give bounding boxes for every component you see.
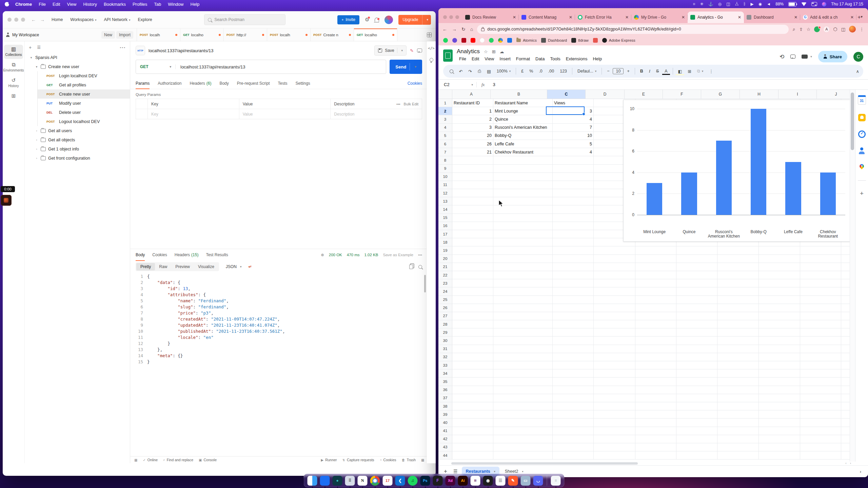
chrome-menu-icon[interactable]: ⋮ — [860, 27, 864, 32]
account-avatar[interactable]: C — [853, 52, 863, 62]
cell[interactable] — [553, 197, 594, 205]
cell[interactable] — [553, 386, 594, 394]
cell[interactable] — [452, 304, 493, 312]
cell[interactable] — [635, 246, 676, 254]
embedded-chart[interactable]: 0246810Mint LoungeQuinceRusconi's Americ… — [623, 100, 850, 242]
cell[interactable] — [800, 345, 841, 353]
row-header-42[interactable]: 42 — [438, 435, 452, 443]
nav-home[interactable]: Home — [52, 17, 63, 22]
play-icon[interactable]: ▶ — [751, 2, 754, 6]
row-header-33[interactable]: 33 — [438, 361, 452, 369]
cell[interactable]: 21 — [452, 148, 493, 156]
number-format[interactable]: 123 — [557, 67, 569, 75]
cell[interactable] — [452, 287, 493, 295]
bar[interactable] — [751, 109, 766, 215]
cell[interactable] — [452, 361, 493, 369]
dock-spotify-icon[interactable]: ♫ — [408, 476, 418, 486]
tree-folder[interactable]: ›Get front configuration — [25, 154, 130, 163]
close-tab-icon[interactable]: ✕ — [794, 15, 797, 20]
row-header-35[interactable]: 35 — [438, 378, 452, 385]
cell[interactable] — [452, 353, 493, 361]
merge-cells-button[interactable]: ⧉ ▾ — [695, 67, 706, 75]
cell[interactable] — [800, 296, 841, 304]
dock-mail-icon[interactable] — [320, 476, 330, 486]
cell[interactable] — [452, 165, 493, 172]
cell[interactable] — [493, 165, 553, 172]
tree-request[interactable]: POSTLogout localhost DEV — [37, 117, 130, 126]
cell[interactable] — [841, 419, 850, 426]
cell[interactable] — [759, 271, 800, 279]
row-header-37[interactable]: 37 — [438, 394, 452, 402]
zoom-select[interactable]: 100%▾ — [494, 67, 513, 75]
request-tab[interactable]: POSTlocalh — [137, 28, 180, 41]
menubar-app-name[interactable]: Chrome — [15, 2, 32, 7]
avatar[interactable] — [384, 16, 393, 24]
request-tab[interactable]: POSTCreate n — [311, 28, 354, 41]
control-center-icon[interactable] — [811, 2, 817, 6]
strikethrough-button[interactable]: S — [654, 67, 661, 75]
all-sheets-icon[interactable]: ☰ — [451, 469, 460, 474]
menu-view[interactable]: View — [482, 56, 496, 62]
row-header-11[interactable]: 11 — [438, 181, 452, 189]
extensions-puzzle-icon[interactable]: ⬡ — [833, 26, 837, 32]
cell[interactable] — [759, 246, 800, 254]
tab-settings[interactable]: Settings — [296, 78, 310, 89]
cell[interactable] — [493, 304, 553, 312]
status-trash[interactable]: 🗑Trash — [402, 458, 416, 462]
cell[interactable] — [553, 165, 594, 172]
tree-options-icon[interactable]: ••• — [120, 45, 126, 49]
cell[interactable] — [841, 296, 850, 304]
cell[interactable] — [717, 255, 759, 263]
cell[interactable]: Restaurant Name — [493, 99, 553, 107]
cell[interactable] — [759, 345, 800, 353]
lightbulb-icon[interactable] — [430, 58, 433, 62]
cell[interactable] — [493, 386, 553, 394]
cell[interactable] — [493, 419, 553, 426]
row-header-10[interactable]: 10 — [438, 173, 452, 181]
cell[interactable]: Chekhov Restaurant — [493, 148, 553, 156]
tree-request[interactable]: POSTLogin localhost DEV — [37, 71, 130, 80]
row-header-13[interactable]: 13 — [438, 197, 452, 205]
shortcuts-icon[interactable]: ⧊ — [735, 2, 739, 6]
row-checkbox-cell[interactable] — [136, 109, 148, 119]
cell[interactable] — [841, 443, 850, 451]
version-history-icon[interactable]: ⟲ — [780, 53, 784, 60]
cell[interactable] — [553, 402, 594, 410]
cell[interactable] — [452, 394, 493, 402]
cell[interactable] — [452, 369, 493, 377]
cell[interactable] — [676, 353, 717, 361]
whatsapp-icon[interactable] — [489, 38, 494, 43]
cell[interactable] — [452, 238, 493, 246]
cell[interactable] — [594, 443, 635, 451]
tree-request[interactable]: POSTCreate new user — [37, 89, 130, 99]
traffic-lights[interactable] — [443, 15, 459, 19]
response-tab-test-results[interactable]: Test Results — [206, 249, 228, 261]
cell[interactable] — [594, 353, 635, 361]
tab-params[interactable]: Params — [136, 78, 150, 89]
cell[interactable] — [676, 246, 717, 254]
browser-tab[interactable]: Content Manag✕ — [519, 12, 575, 23]
italic-button[interactable]: I — [647, 67, 653, 75]
column-header-H[interactable]: H — [740, 90, 778, 99]
recording-timer[interactable]: 0:00 — [1, 186, 15, 192]
cell[interactable] — [717, 246, 759, 254]
cell[interactable] — [676, 320, 717, 328]
row-header-25[interactable]: 25 — [438, 296, 452, 304]
cell[interactable] — [635, 312, 676, 320]
column-header-I[interactable]: I — [778, 90, 817, 99]
cell[interactable] — [553, 246, 594, 254]
meet-icon[interactable]: ▾ — [802, 55, 812, 59]
cell[interactable] — [553, 451, 594, 459]
column-header-B[interactable]: B — [491, 90, 547, 99]
cell[interactable] — [676, 361, 717, 369]
request-tab[interactable]: POSThttp:// — [224, 28, 267, 41]
cell[interactable] — [800, 394, 841, 402]
cell[interactable] — [717, 361, 759, 369]
cell[interactable] — [841, 410, 850, 418]
cell[interactable] — [452, 214, 493, 222]
view-visualize[interactable]: Visualize — [194, 263, 218, 270]
cell[interactable] — [841, 386, 850, 394]
cell[interactable] — [717, 394, 759, 402]
nav-explore[interactable]: Explore — [138, 17, 152, 22]
cell[interactable] — [676, 394, 717, 402]
